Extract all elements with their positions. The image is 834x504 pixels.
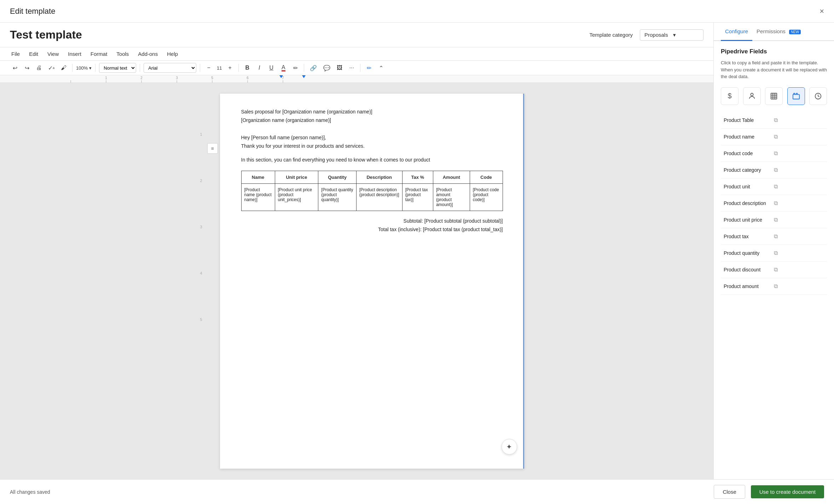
document-page: Sales proposal for [Organization name (o… [220,94,524,469]
menu-tools[interactable]: Tools [115,50,130,58]
product-icon-btn[interactable] [787,87,805,105]
template-name: Test template [10,28,82,41]
table-row: [Product name (product name)] [Product u… [241,183,503,211]
person-icon-btn[interactable] [743,87,761,105]
field-list: Product Table ⧉ Product name ⧉ Product c… [721,112,827,295]
toolbar-separator-1 [72,64,73,72]
table-cell-code: [Product code (product code)] [470,183,503,211]
italic-button[interactable]: I [254,63,264,73]
product-table: Name Unit price Quantity Description Tax… [241,171,503,211]
paint-format-button[interactable]: 🖌 [59,63,69,73]
copy-product-description-icon[interactable]: ⧉ [772,199,824,207]
table-cell-amount: [Product amount (product amount)] [433,183,470,211]
table-header-amount: Amount [433,171,470,183]
copy-product-code-icon[interactable]: ⧉ [772,150,824,157]
copy-product-unit-icon[interactable]: ⧉ [772,183,824,191]
doc-line-1: Sales proposal for [Organization name (o… [241,108,503,116]
editor-top-bar: Test template Template category Proposal… [0,23,713,47]
more-options-button[interactable]: ··· [347,63,357,73]
close-button[interactable]: Close [714,485,745,499]
sidebar-description: Click to copy a field and paste it in th… [721,59,827,80]
copy-product-name-icon[interactable]: ⧉ [772,133,824,141]
svg-text:2: 2 [140,76,143,80]
list-item-product-amount: Product amount ⧉ [721,278,827,295]
table-cell-description: [Product description (product descriptio… [356,183,402,211]
text-style-select[interactable]: Normal text Heading 1 Heading 2 [99,63,136,73]
menu-edit[interactable]: Edit [28,50,40,58]
collapse-button[interactable]: ⌃ [376,63,386,73]
margin-icon[interactable]: ≡ [207,143,218,154]
list-item-product-category: Product category ⧉ [721,162,827,178]
spellcheck-button[interactable]: ✓a [46,63,57,73]
table-header-description: Description [356,171,402,183]
modal-title: Edit template [10,7,55,16]
template-category-select[interactable]: Proposals ▾ [640,29,703,41]
template-category-label: Template category [589,32,633,38]
table-header-code: Code [470,171,503,183]
font-select[interactable]: Arial Times New Roman [144,63,196,73]
zoom-control[interactable]: 100% ▾ [76,65,92,71]
bottom-bar: All changes saved Close Use to create do… [0,479,834,504]
use-to-create-button[interactable]: Use to create document [751,485,824,498]
tab-permissions[interactable]: Permissions NEW [752,23,805,41]
tab-configure[interactable]: Configure [721,23,752,41]
menu-addons[interactable]: Add-ons [137,50,159,58]
editor-content-area[interactable]: 1 2 3 4 5 ≡ Sales proposal [0,83,713,479]
svg-text:5: 5 [211,76,213,80]
toolbar-separator-6 [304,64,304,72]
doc-subtotal: Subtotal: [Product subtotal (product sub… [241,218,503,224]
table-cell-tax: [Product tax (product tax)] [402,183,433,211]
table-header-quantity: Quantity [318,171,356,183]
menu-format[interactable]: Format [89,50,109,58]
underline-button[interactable]: U [266,63,276,73]
comment-button[interactable]: 💬 [321,63,332,73]
undo-button[interactable]: ↩ [10,63,20,73]
table-cell-quantity: [Product quantity (product quantity)] [318,183,356,211]
menu-help[interactable]: Help [166,50,179,58]
table-header-unit-price: Unit price [275,171,318,183]
print-button[interactable]: 🖨 [34,63,44,73]
decrease-font-button[interactable]: − [204,63,214,73]
ai-assistant-button[interactable]: ✦ [502,439,517,455]
font-color-button[interactable]: A [278,63,288,73]
copy-product-discount-icon[interactable]: ⧉ [772,266,824,274]
list-item-product-unit: Product unit ⧉ [721,178,827,195]
copy-product-tax-icon[interactable]: ⧉ [772,233,824,240]
bold-button[interactable]: B [242,63,252,73]
template-category-value: Proposals [644,32,670,38]
copy-product-table-icon[interactable]: ⧉ [772,116,824,124]
menu-view[interactable]: View [46,50,60,58]
svg-text:6: 6 [247,76,249,80]
modal-header: Edit template × [0,0,834,23]
editor-ruler: 1 2 3 5 6 7 [0,75,713,83]
deal-icon-btn[interactable]: $ [721,87,739,105]
highlight-button[interactable]: ✏ [290,63,300,73]
copy-product-unit-price-icon[interactable]: ⧉ [772,216,824,224]
editor-toolbar: ↩ ↪ 🖨 ✓a 🖌 100% ▾ Normal text Heading 1 … [0,61,713,75]
increase-font-button[interactable]: + [225,63,235,73]
svg-text:7: 7 [282,76,284,80]
list-item-product-code: Product code ⧉ [721,145,827,162]
toolbar-separator-7 [360,64,360,72]
redo-button[interactable]: ↪ [22,63,32,73]
close-icon[interactable]: × [819,7,824,15]
table-icon-btn[interactable] [765,87,783,105]
copy-product-category-icon[interactable]: ⧉ [772,166,824,174]
copy-product-quantity-icon[interactable]: ⧉ [772,249,824,257]
sidebar-tabs: Configure Permissions NEW [714,23,834,41]
svg-rect-23 [793,94,799,99]
sidebar: Configure Permissions NEW Pipedrive Fiel… [714,23,834,479]
time-icon-btn[interactable] [809,87,827,105]
status-text: All changes saved [10,489,50,495]
menu-file[interactable]: File [10,50,21,58]
menu-insert[interactable]: Insert [66,50,83,58]
zoom-arrow: ▾ [89,65,92,71]
doc-line-2: [Organization name (organization name)] [241,116,503,124]
link-button[interactable]: 🔗 [308,63,319,73]
toolbar-separator-2 [95,64,95,72]
edit-pencil-button[interactable]: ✏ [364,63,374,73]
image-button[interactable]: 🖼 [335,63,344,73]
toolbar-separator-4 [200,64,200,72]
zoom-value: 100% [76,65,88,71]
copy-product-amount-icon[interactable]: ⧉ [772,282,824,290]
